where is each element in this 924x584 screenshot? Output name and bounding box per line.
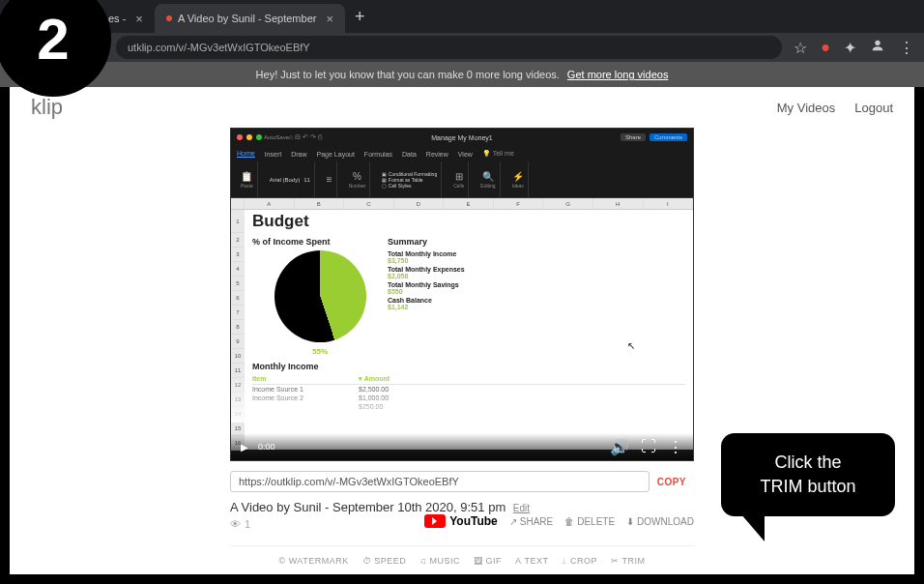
col-header: I bbox=[644, 198, 694, 209]
row-header: 9 bbox=[231, 335, 245, 349]
budget-heading: Budget bbox=[252, 212, 685, 233]
table-header: Item bbox=[252, 375, 359, 383]
summary-section-title: Summary bbox=[388, 237, 465, 247]
excel-tab-view: View bbox=[458, 151, 473, 158]
profile-icon[interactable] bbox=[870, 38, 885, 57]
excel-ribbon: 📋Paste Arial (Body)11 ≡ %Number ▣ Condit… bbox=[231, 161, 693, 198]
nav-logout[interactable]: Logout bbox=[854, 101, 893, 115]
summary-label: Cash Balance bbox=[388, 297, 465, 304]
summary-value: $550 bbox=[388, 288, 465, 295]
mac-max-icon bbox=[256, 134, 262, 140]
menu-icon[interactable]: ⋮ bbox=[899, 39, 914, 57]
volume-icon[interactable]: 🔊 bbox=[610, 438, 629, 456]
table-header: Amount bbox=[364, 375, 390, 382]
youtube-button[interactable]: YouTube bbox=[424, 514, 498, 528]
browser-chrome: es - × A Video by Sunil - September × + … bbox=[0, 0, 924, 87]
gif-button[interactable]: 🖼 GIF bbox=[474, 556, 502, 566]
excel-tab-insert: Insert bbox=[265, 151, 282, 158]
watermark-button[interactable]: © WATERMARK bbox=[279, 556, 349, 566]
row-header: 13 bbox=[231, 393, 245, 407]
views-icon: 👁 bbox=[230, 518, 241, 530]
row-header: 4 bbox=[231, 262, 245, 277]
table-row: Income Source 1$2,500.00 bbox=[252, 385, 685, 394]
pie-chart: 55% bbox=[274, 250, 366, 342]
crop-button[interactable]: ⟂ CROP bbox=[562, 556, 597, 566]
row-header: 2 bbox=[231, 233, 245, 248]
col-header: C bbox=[344, 198, 394, 209]
video-time: 0:00 bbox=[258, 442, 275, 452]
share-url-input[interactable] bbox=[230, 471, 650, 492]
row-header: 11 bbox=[231, 364, 245, 378]
cursor-icon: ↖ bbox=[627, 340, 635, 351]
excel-tab-draw: Draw bbox=[291, 151, 306, 158]
table-row: $250.00 bbox=[252, 402, 685, 411]
logo[interactable]: klip bbox=[31, 95, 63, 120]
mac-close-icon bbox=[237, 134, 243, 140]
summary-label: Total Monthly Income bbox=[388, 250, 465, 257]
col-header: F bbox=[494, 198, 544, 209]
summary-value: $3,750 bbox=[388, 257, 465, 264]
video-tools-toolbar: © WATERMARK ⏱ SPEED ♫ MUSIC 🖼 GIF A TEXT… bbox=[230, 545, 694, 575]
row-header: 6 bbox=[231, 291, 245, 306]
col-header: D bbox=[394, 198, 445, 209]
col-header: B bbox=[295, 198, 345, 209]
summary-value: $2,058 bbox=[388, 273, 465, 279]
download-button[interactable]: ⬇ DOWNLOAD bbox=[626, 516, 694, 527]
col-header: A bbox=[245, 198, 295, 209]
excel-doc-title: Manage My Money1 bbox=[431, 134, 492, 141]
star-icon[interactable]: ☆ bbox=[794, 39, 807, 57]
callout-arrow-icon bbox=[736, 508, 765, 541]
row-header: 8 bbox=[231, 320, 245, 335]
row-header: 7 bbox=[231, 306, 245, 320]
video-player[interactable]: AutoSave ⌂ ⊟ ↶ ↷ ⎙ Manage My Money1 Shar… bbox=[230, 128, 694, 461]
excel-tab-pagelayout: Page Layout bbox=[317, 151, 355, 158]
excel-tab-formulas: Formulas bbox=[364, 151, 392, 158]
pie-percent-label: 55% bbox=[312, 347, 328, 356]
fullscreen-icon[interactable]: ⛶ bbox=[641, 438, 656, 456]
dot-icon: ● bbox=[821, 39, 830, 56]
close-icon[interactable]: × bbox=[326, 12, 333, 26]
comments-button: Comments bbox=[650, 133, 687, 141]
table-row: Income Source 2$1,000.00 bbox=[252, 394, 685, 402]
tab-title: A Video by Sunil - September bbox=[178, 13, 317, 24]
autosave-label: AutoSave bbox=[264, 134, 289, 140]
video-controls: ▶ 0:00 🔊 ⛶ ⋮ bbox=[231, 433, 693, 460]
browser-tab-2[interactable]: A Video by Sunil - September × bbox=[155, 4, 345, 33]
notice-link[interactable]: Get more long videos bbox=[567, 69, 669, 80]
close-icon[interactable]: × bbox=[135, 12, 143, 26]
extensions-icon[interactable]: ✦ bbox=[844, 39, 856, 57]
excel-tab-data: Data bbox=[402, 151, 417, 158]
instruction-callout: Click theTRIM button bbox=[721, 433, 895, 516]
youtube-icon bbox=[424, 514, 446, 528]
col-header: E bbox=[444, 198, 494, 209]
edit-title-link[interactable]: Edit bbox=[513, 503, 530, 513]
notice-bar: Hey! Just to let you know that you can m… bbox=[0, 62, 924, 87]
row-header: 3 bbox=[231, 248, 245, 262]
row-header: 10 bbox=[231, 349, 245, 364]
favicon-icon bbox=[166, 15, 172, 21]
row-header: 12 bbox=[231, 378, 245, 393]
speed-button[interactable]: ⏱ SPEED bbox=[362, 556, 407, 566]
views-count: 1 bbox=[245, 518, 250, 530]
music-button[interactable]: ♫ MUSIC bbox=[419, 556, 460, 566]
monthly-income-title: Monthly Income bbox=[252, 362, 685, 371]
tab-title: es - bbox=[108, 13, 126, 24]
row-header: 5 bbox=[231, 277, 245, 291]
url-bar[interactable]: utklip.com/v/-MGv3etWxIGTOkeoEBfY bbox=[116, 36, 782, 59]
page-header: klip My Videos Logout bbox=[10, 87, 914, 128]
more-icon[interactable]: ⋮ bbox=[668, 438, 683, 456]
play-button[interactable]: ▶ bbox=[241, 442, 248, 453]
text-button[interactable]: A TEXT bbox=[515, 556, 549, 566]
excel-tab-review: Review bbox=[426, 151, 448, 158]
delete-button[interactable]: 🗑 DELETE bbox=[564, 516, 615, 527]
row-header: 1 bbox=[231, 210, 245, 233]
quick-access-toolbar: ⌂ ⊟ ↶ ↷ ⎙ bbox=[289, 133, 322, 141]
notice-text: Hey! Just to let you know that you can m… bbox=[256, 69, 560, 80]
col-header: G bbox=[543, 198, 593, 209]
share-button[interactable]: ↗ SHARE bbox=[509, 516, 553, 527]
copy-button[interactable]: COPY bbox=[650, 477, 694, 487]
nav-my-videos[interactable]: My Videos bbox=[777, 101, 835, 115]
trim-button[interactable]: ✂ TRIM bbox=[611, 556, 646, 566]
excel-tab-tellme: 💡 Tell me bbox=[482, 150, 514, 158]
new-tab-button[interactable]: + bbox=[355, 7, 365, 27]
